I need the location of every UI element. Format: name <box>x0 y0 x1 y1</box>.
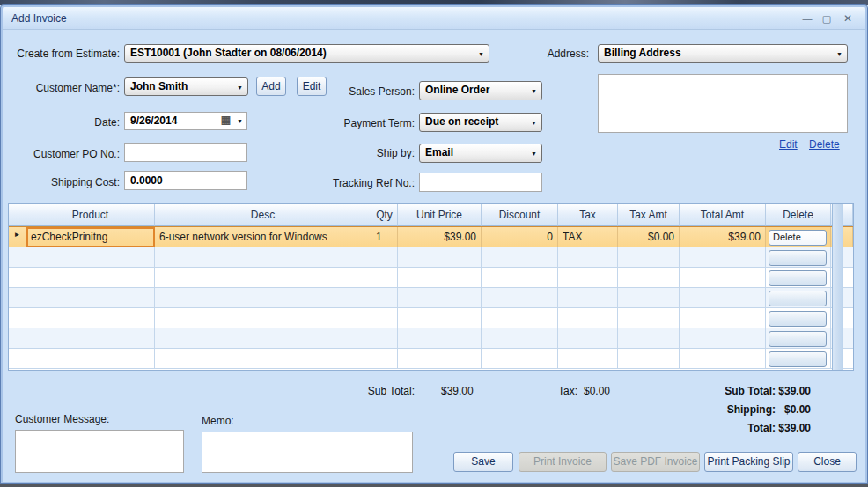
cell-empty[interactable] <box>9 328 26 349</box>
cell-empty[interactable] <box>155 328 371 349</box>
cell-empty[interactable] <box>9 268 26 288</box>
close-icon[interactable]: ✕ <box>841 11 855 26</box>
table-row-empty[interactable] <box>9 349 853 369</box>
cell-empty[interactable] <box>618 328 680 349</box>
grid-header-tax-amt[interactable]: Tax Amt <box>618 204 680 226</box>
sales-person-select[interactable]: Online Order ▼ <box>419 81 542 100</box>
payment-term-select[interactable]: Due on receipt ▼ <box>419 113 542 132</box>
cell-empty[interactable] <box>558 328 618 349</box>
cell-qty[interactable]: 1 <box>371 227 398 247</box>
cell-empty[interactable] <box>155 288 371 308</box>
cell-empty[interactable] <box>398 349 482 369</box>
delete-row-button[interactable] <box>769 291 827 306</box>
cell-empty[interactable] <box>618 288 680 308</box>
cell-empty[interactable] <box>26 247 155 268</box>
cell-empty[interactable] <box>482 288 558 308</box>
cell-empty[interactable] <box>398 268 482 288</box>
cell-empty[interactable] <box>482 308 558 328</box>
cell-empty[interactable] <box>558 349 618 369</box>
add-customer-button[interactable]: Add <box>256 77 286 96</box>
cell-empty[interactable] <box>482 268 558 288</box>
cell-empty[interactable] <box>9 308 26 328</box>
grid-vertical-scrollbar[interactable] <box>832 204 843 370</box>
delete-row-button[interactable] <box>769 311 827 327</box>
print-packing-slip-button[interactable]: Print Packing Slip <box>704 452 793 472</box>
cell-empty[interactable] <box>680 268 766 288</box>
cell-empty[interactable] <box>155 308 371 328</box>
cell-empty[interactable] <box>680 288 766 308</box>
table-row-empty[interactable] <box>9 288 853 308</box>
address-display-box[interactable] <box>598 74 848 133</box>
create-from-estimate-select[interactable]: EST10001 (John Stadter on 08/06/2014) ▼ <box>124 44 489 63</box>
table-row-empty[interactable] <box>9 328 853 349</box>
grid-header-desc[interactable]: Desc <box>155 204 371 226</box>
delete-row-button[interactable] <box>769 351 827 367</box>
cell-empty[interactable] <box>155 247 371 268</box>
cell-empty[interactable] <box>680 247 766 268</box>
cell-unit-price[interactable]: $39.00 <box>398 227 482 247</box>
cell-empty[interactable] <box>482 349 558 369</box>
cell-empty[interactable] <box>680 349 766 369</box>
grid-header-tax[interactable]: Tax <box>558 204 618 226</box>
cell-empty[interactable] <box>9 349 26 369</box>
cell-empty[interactable] <box>482 247 558 268</box>
cell-empty[interactable] <box>371 268 398 288</box>
address-select[interactable]: Billing Address ▼ <box>598 44 848 63</box>
ship-by-select[interactable]: Email ▼ <box>419 144 542 163</box>
cell-empty[interactable] <box>155 268 371 288</box>
cell-empty[interactable] <box>26 288 155 308</box>
table-row-empty[interactable] <box>9 308 853 328</box>
cell-empty[interactable] <box>371 328 398 349</box>
cell-empty[interactable] <box>26 268 155 288</box>
grid-header-total-amt[interactable]: Total Amt <box>680 204 766 226</box>
address-edit-link[interactable]: Edit <box>779 138 798 151</box>
cell-empty[interactable] <box>618 247 680 268</box>
cell-empty[interactable] <box>26 308 155 328</box>
calendar-icon[interactable]: ▦ <box>221 114 231 126</box>
cell-empty[interactable] <box>558 247 618 268</box>
chevron-down-icon[interactable]: ▼ <box>237 118 243 124</box>
cell-empty[interactable] <box>558 268 618 288</box>
cell-tax[interactable]: TAX <box>558 227 618 247</box>
table-row-empty[interactable] <box>9 268 853 288</box>
cell-empty[interactable] <box>618 308 680 328</box>
cell-empty[interactable] <box>398 308 482 328</box>
cell-empty[interactable] <box>9 247 26 268</box>
cell-empty[interactable] <box>371 247 398 268</box>
address-delete-link[interactable]: Delete <box>809 138 840 151</box>
customer-po-input[interactable] <box>124 143 247 162</box>
cell-product[interactable]: ezCheckPrinitng <box>26 227 155 247</box>
customer-message-input[interactable] <box>15 430 184 473</box>
delete-row-button[interactable] <box>769 270 827 286</box>
cell-empty[interactable] <box>558 308 618 328</box>
cell-empty[interactable] <box>398 247 482 268</box>
save-button[interactable]: Save <box>453 452 513 472</box>
table-row[interactable]: ► ezCheckPrinitng 6-user network version… <box>9 226 853 247</box>
cell-empty[interactable] <box>26 349 155 369</box>
cell-empty[interactable] <box>680 308 766 328</box>
cell-tax-amt[interactable]: $0.00 <box>618 227 680 247</box>
cell-empty[interactable] <box>398 288 482 308</box>
grid-header-unit-price[interactable]: Unit Price <box>398 204 482 226</box>
tracking-ref-input[interactable] <box>419 173 542 192</box>
cell-desc[interactable]: 6-user network version for Windows <box>155 227 371 247</box>
cell-empty[interactable] <box>680 328 766 349</box>
table-row-empty[interactable] <box>9 247 853 268</box>
shipping-cost-input[interactable] <box>124 171 247 190</box>
cell-empty[interactable] <box>371 349 398 369</box>
grid-header-discount[interactable]: Discount <box>482 204 558 226</box>
date-field[interactable]: 9/26/2014 ▦ ▼ <box>124 112 247 130</box>
grid-header-qty[interactable]: Qty <box>371 204 398 226</box>
cell-empty[interactable] <box>482 328 558 349</box>
close-button[interactable]: Close <box>798 452 857 472</box>
delete-row-button[interactable]: Delete <box>769 230 827 246</box>
delete-row-button[interactable] <box>769 331 827 347</box>
cell-empty[interactable] <box>398 328 482 349</box>
cell-empty[interactable] <box>371 288 398 308</box>
customer-name-select[interactable]: John Smith ▼ <box>124 77 248 96</box>
cell-empty[interactable] <box>26 328 155 349</box>
cell-empty[interactable] <box>9 288 26 308</box>
cell-total-amt[interactable]: $39.00 <box>680 227 766 247</box>
cell-empty[interactable] <box>618 349 680 369</box>
delete-row-button[interactable] <box>769 250 827 266</box>
